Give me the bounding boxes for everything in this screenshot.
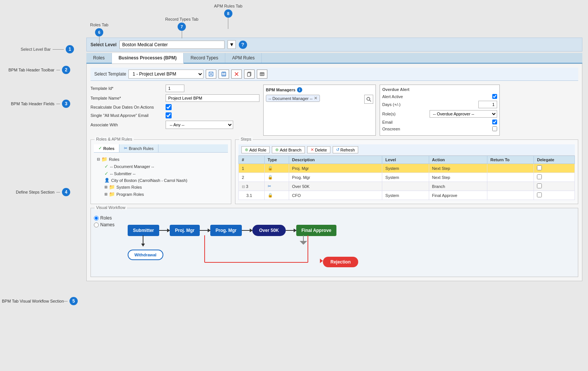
step-3-desc: Over 50K (289, 182, 382, 191)
add-role-btn[interactable]: ⊕ Add Role (241, 146, 270, 153)
step-3-type: ✂ (264, 182, 289, 191)
alert-active-checkbox[interactable] (492, 94, 497, 99)
roles-apm-section: Roles & APM Rules ✓ Roles ✂ Branch Rules (90, 139, 231, 204)
select-level-input[interactable] (119, 41, 225, 49)
badge-5: 5 (69, 297, 78, 305)
toolbar-export-btn[interactable] (257, 70, 267, 79)
step-1-level: System (382, 164, 429, 173)
step-3-1-delegate (534, 191, 575, 200)
annotation-define-steps: Define Steps Section (2, 190, 54, 194)
single-email-checkbox[interactable] (166, 112, 172, 118)
recalculate-checkbox[interactable] (166, 104, 172, 110)
wf-node-prog-mgr: Prog. Mgr (210, 225, 242, 236)
step-1-desc: Proj. Mgr (289, 164, 382, 173)
step-row-1[interactable]: 1 🔒 Proj. Mgr System Next Step (239, 164, 575, 173)
collapse-3[interactable]: ⊟ (242, 185, 245, 189)
tab-apm-rules[interactable]: APM Rules (225, 53, 262, 63)
managers-search-btn[interactable] (364, 95, 373, 104)
refresh-steps-btn[interactable]: ↺ Refresh (333, 146, 359, 153)
add-branch-label: Add Branch (280, 148, 301, 152)
badge-6: 6 (95, 28, 103, 36)
wf-radio-roles[interactable]: Roles (94, 215, 116, 221)
steps-table-header: # Type Description Level Action Return T… (239, 156, 575, 164)
col-return: Return To (487, 156, 534, 164)
template-name-label: Template Name* (90, 96, 166, 100)
annotation-header-fields: BPM Tab Header Fields (2, 101, 54, 106)
svg-line-15 (369, 100, 371, 101)
tree-doc-mgr-label: -- Document Manager -- (110, 164, 154, 169)
step-3-delegate-cb[interactable] (537, 183, 542, 188)
onscreen-checkbox[interactable] (492, 126, 497, 131)
wf-down-arrow-submitter (141, 235, 145, 247)
lock-icon-2: 🔒 (268, 175, 273, 179)
expand-program[interactable]: ⊞ (104, 192, 107, 196)
associate-with-select[interactable]: -- Any -- (166, 121, 233, 129)
tree-item-city: 👤 City of Boston (CarrolNash - Carrol Na… (97, 177, 225, 183)
manager-tag-close[interactable]: ✕ (314, 96, 317, 101)
step-row-3-1[interactable]: 3.1 🔒 CFO System Final Approve (239, 191, 575, 200)
step-1-return (487, 164, 534, 173)
step-3-1-delegate-cb[interactable] (537, 192, 542, 197)
roles-select[interactable]: -- Overdue Approver -- (430, 110, 497, 118)
step-1-delegate (534, 164, 575, 173)
annotation-select-level: Select Level Bar (2, 47, 51, 51)
step-1-type: 🔒 (264, 164, 289, 173)
recalculate-label: Recalculate Due Dates On Actions (90, 105, 166, 109)
step-2-delegate-cb[interactable] (537, 174, 542, 179)
days-label: Days (+/-) (382, 102, 412, 107)
delete-step-btn[interactable]: ✕ Delete (307, 146, 330, 153)
annotation-bpm-toolbar: BPM Tab Header Toolbar (2, 68, 54, 72)
steps-label: Steps (239, 137, 253, 141)
svg-rect-10 (260, 73, 264, 76)
step-2-type: 🔒 (264, 173, 289, 182)
tab-record-types[interactable]: Record Types (184, 53, 225, 63)
badge-2: 2 (62, 66, 70, 74)
days-input[interactable] (478, 101, 497, 108)
svg-marker-16 (300, 241, 307, 245)
step-1-delegate-cb[interactable] (537, 165, 542, 170)
tree-root: ⊟ 📁 Roles (97, 156, 225, 163)
system-roles-folder-icon: 📁 (109, 184, 115, 190)
expand-system[interactable]: ⊞ (104, 185, 107, 189)
annotation-record-types-tab: Record Types Tab (165, 17, 198, 21)
col-num: # (239, 156, 265, 164)
wf-node-over50k: Over 50K (252, 225, 286, 236)
annotation-visual-workflow: BPM Tab Visual Workflow Section (2, 299, 62, 303)
template-id-input[interactable] (166, 85, 184, 92)
step-3-1-type: 🔒 (264, 191, 289, 200)
template-id-label: Template Id* (90, 86, 166, 91)
toolbar-save-btn[interactable] (219, 70, 229, 79)
single-email-label: Single "All Must Approve" Email (90, 113, 166, 118)
wf-radio-names[interactable]: Names (94, 222, 116, 227)
toolbar-copy-btn[interactable] (244, 70, 255, 79)
svg-rect-4 (223, 72, 225, 74)
wf-radio-roles-input[interactable] (94, 216, 99, 221)
email-checkbox[interactable] (492, 120, 497, 124)
tree-submitter-label: -- Submitter -- (110, 171, 136, 176)
delete-step-label: Delete (315, 148, 327, 152)
template-name-input[interactable] (166, 94, 259, 102)
tree-root-expand[interactable]: ⊟ (97, 157, 100, 161)
tab-roles[interactable]: Roles (86, 53, 112, 63)
select-template-select[interactable]: 1 - Project Level BPM (128, 70, 204, 79)
step-row-3[interactable]: ⊟ 3 ✂ Over 50K Branch (239, 182, 575, 191)
tab-bpm[interactable]: Business Processes (BPM) (112, 53, 184, 64)
step-1-action: Next Step (429, 164, 487, 173)
bpm-managers-info-icon[interactable]: i (297, 87, 302, 92)
toolbar-new-btn[interactable] (206, 70, 216, 79)
wf-radio-names-input[interactable] (94, 223, 99, 227)
help-icon[interactable]: ? (239, 41, 247, 49)
bpm-managers-section: BPM Managers i -- Document Manager -- ✕ (263, 85, 376, 136)
roles-subtab-roles[interactable]: ✓ Roles (94, 144, 119, 152)
toolbar-delete-btn[interactable] (231, 70, 242, 79)
add-branch-btn[interactable]: ⊕ Add Branch (272, 146, 305, 153)
step-2-return (487, 173, 534, 182)
badge-1: 1 (66, 45, 74, 53)
roles-subtab-branch[interactable]: ✂ Branch Rules (119, 144, 158, 152)
step-3-1-desc: CFO (289, 191, 382, 200)
step-row-2[interactable]: 2 🔒 Prog. Mgr System Next Step (239, 173, 575, 182)
bpm-content: Select Template 1 - Project Level BPM (86, 64, 582, 281)
add-role-label: Add Role (249, 148, 266, 152)
select-level-bar: Select Level ▼ ? (86, 38, 582, 51)
select-level-dropdown[interactable]: ▼ (228, 40, 235, 49)
